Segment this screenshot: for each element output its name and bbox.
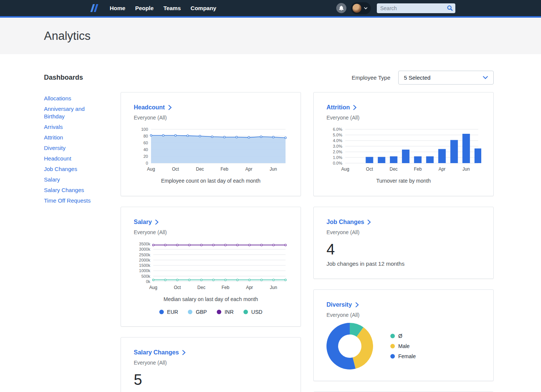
svg-text:0: 0: [146, 161, 148, 165]
svg-text:Feb: Feb: [222, 285, 230, 290]
main-content: Dashboards Employee Type 5 Selected Allo…: [0, 54, 541, 392]
svg-text:6.0%: 6.0%: [333, 127, 342, 132]
svg-text:0.0%: 0.0%: [333, 161, 342, 165]
svg-text:5.0%: 5.0%: [333, 133, 342, 137]
nav-item-teams[interactable]: Teams: [159, 5, 186, 11]
legend-item: Female: [390, 353, 416, 359]
card-title-text: Diversity: [326, 301, 352, 309]
diversity-card-link[interactable]: Diversity: [326, 301, 481, 309]
svg-text:Oct: Oct: [366, 166, 373, 172]
employee-type-label: Employee Type: [352, 74, 390, 81]
sidebar-item-time-off-requests[interactable]: Time Off Requests: [44, 197, 102, 204]
sidebar-item-salary-changes[interactable]: Salary Changes: [44, 186, 102, 194]
salary-card: Salary Everyone (All) 3500k3000k2500k200…: [121, 207, 301, 327]
legend-dot: [390, 354, 395, 359]
svg-text:Jun: Jun: [270, 166, 277, 172]
job-changes-value: 4: [326, 241, 481, 257]
nav-right: [336, 2, 541, 14]
salary-card-link[interactable]: Salary: [134, 218, 288, 226]
salary-legend: EURGBPINRUSD: [134, 309, 288, 315]
search-input[interactable]: [380, 5, 447, 11]
salary-changes-card: Salary Changes Everyone (All) 5: [121, 337, 301, 392]
svg-text:Oct: Oct: [172, 166, 179, 172]
diversity-legend: ØMaleFemale: [390, 333, 416, 359]
namely-logo[interactable]: [89, 4, 100, 12]
job-changes-card-link[interactable]: Job Changes: [326, 218, 481, 226]
avatar: [352, 3, 362, 13]
employee-type-dropdown[interactable]: 5 Selected: [398, 71, 494, 85]
chart-caption: Employee count on last day of each month: [134, 177, 288, 185]
legend-label: Male: [398, 343, 410, 349]
headcount-chart: 100806040200AugOctDecFebAprJun: [134, 127, 289, 173]
nav-item-home[interactable]: Home: [105, 5, 130, 11]
search-icon[interactable]: [447, 5, 453, 11]
sidebar-item-anniversary-and-birthday[interactable]: Anniversary and Birthday: [44, 105, 102, 120]
attrition-card-link[interactable]: Attrition: [326, 104, 481, 111]
svg-text:Feb: Feb: [221, 166, 228, 172]
svg-text:1500k: 1500k: [139, 263, 150, 268]
legend-dot: [390, 334, 395, 338]
legend-item: USD: [243, 309, 263, 315]
job-changes-card: Job Changes Everyone (All) 4 Job changes…: [313, 207, 494, 279]
svg-text:Jun: Jun: [270, 285, 277, 290]
svg-text:2.0%: 2.0%: [333, 150, 342, 154]
salary-changes-value: 5: [134, 371, 288, 388]
legend-dot: [390, 344, 395, 348]
legend-dot: [188, 310, 192, 314]
sidebar-item-salary[interactable]: Salary: [44, 176, 102, 183]
sidebar-item-arrivals[interactable]: Arrivals: [44, 123, 102, 131]
legend-item: EUR: [159, 309, 178, 315]
sidebar-item-allocations[interactable]: Allocations: [44, 95, 102, 102]
svg-text:1.0%: 1.0%: [333, 155, 342, 160]
headcount-card: Headcount Everyone (All) 100806040200Aug…: [121, 92, 301, 196]
chevron-right-icon: [367, 219, 371, 225]
chevron-right-icon: [355, 302, 359, 307]
svg-text:3.0%: 3.0%: [333, 144, 342, 148]
chevron-right-icon: [168, 105, 172, 110]
svg-text:Aug: Aug: [147, 166, 155, 172]
svg-text:3500k: 3500k: [139, 242, 150, 246]
legend-label: GBP: [196, 309, 207, 315]
sidebar-item-headcount[interactable]: Headcount: [44, 155, 102, 162]
legend-dot: [217, 310, 221, 314]
chevron-down-icon: [364, 7, 367, 9]
legend-label: USD: [251, 309, 263, 315]
page-header: Analytics: [0, 18, 541, 54]
job-changes-caption: Job changes in past 12 months: [326, 260, 481, 267]
card-title-text: Salary: [134, 218, 152, 226]
nav-links: Home People Teams Company: [105, 5, 221, 11]
legend-dot: [159, 310, 164, 314]
employee-type-filter: Employee Type 5 Selected: [352, 71, 494, 85]
chevron-right-icon: [182, 350, 186, 355]
sidebar-item-diversity[interactable]: Diversity: [44, 144, 102, 152]
nav-item-people[interactable]: People: [130, 5, 159, 11]
chart-caption: Turnover rate by month: [326, 177, 481, 185]
svg-text:Apr: Apr: [246, 285, 253, 290]
card-title-text: Attrition: [326, 104, 350, 111]
svg-text:Apr: Apr: [245, 166, 252, 172]
nav-item-company[interactable]: Company: [186, 5, 221, 11]
cards-column-left: Headcount Everyone (All) 100806040200Aug…: [121, 92, 301, 392]
legend-item: GBP: [188, 309, 207, 315]
dashboards-sidebar: Allocations Anniversary and Birthday Arr…: [44, 92, 121, 392]
card-title-text: Headcount: [134, 104, 165, 111]
svg-text:Apr: Apr: [438, 166, 446, 172]
svg-text:4.0%: 4.0%: [333, 138, 342, 143]
svg-text:0k: 0k: [146, 279, 150, 284]
svg-text:2000k: 2000k: [139, 258, 150, 262]
attrition-card: Attrition Everyone (All) 6.0%5.0%4.0%3.0…: [313, 92, 494, 196]
svg-text:Dec: Dec: [197, 285, 205, 290]
user-menu[interactable]: [351, 2, 371, 14]
chevron-right-icon: [155, 219, 159, 225]
svg-text:Jun: Jun: [462, 166, 470, 172]
sidebar-item-attrition[interactable]: Attrition: [44, 134, 102, 141]
salary-changes-card-link[interactable]: Salary Changes: [134, 349, 288, 356]
svg-text:2500k: 2500k: [139, 253, 150, 257]
card-subtitle: Everyone (All): [326, 115, 481, 121]
sidebar-item-job-changes[interactable]: Job Changes: [44, 165, 102, 173]
search-box[interactable]: [377, 3, 455, 13]
card-subtitle: Everyone (All): [134, 115, 288, 121]
legend-label: EUR: [167, 309, 178, 315]
notifications-button[interactable]: [336, 3, 346, 13]
headcount-card-link[interactable]: Headcount: [134, 104, 288, 111]
